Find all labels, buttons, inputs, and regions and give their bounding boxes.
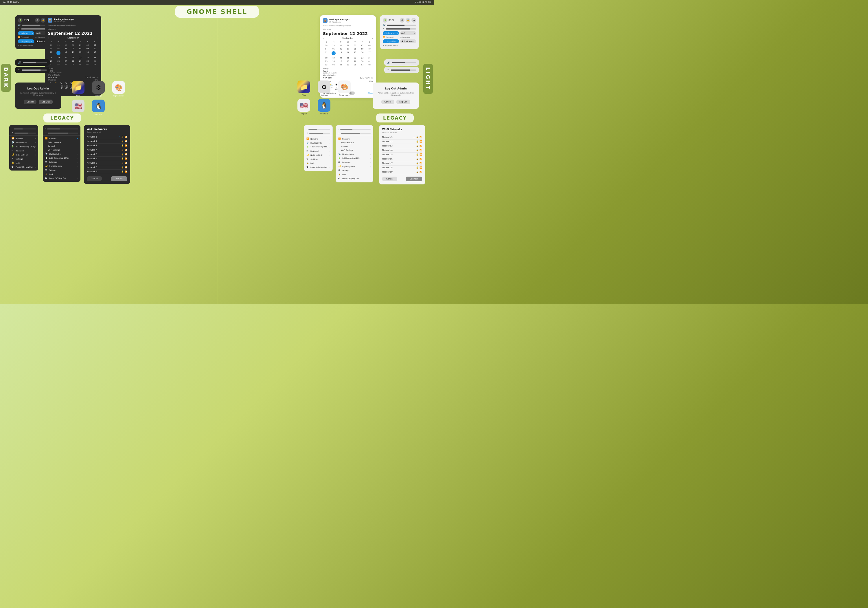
lm-lock-dark[interactable]: 🔒Lock bbox=[9, 161, 38, 165]
app-antarctic-light[interactable]: 🐧 Antarctic bbox=[315, 99, 333, 115]
wifi-net6-dark[interactable]: Network 6🔒📶 bbox=[87, 157, 127, 161]
lm-lock-light[interactable]: 🔒Lock bbox=[304, 161, 332, 165]
lm-bt2-light[interactable]: 📡Bluetooth On› bbox=[336, 152, 373, 156]
qs-bt-light[interactable]: 📶 Bluetooth bbox=[383, 36, 399, 38]
lm-select-net-light[interactable]: Select Network bbox=[336, 141, 373, 145]
qs-eth-btn-dark[interactable]: USB Ethern... › bbox=[18, 31, 34, 35]
lm-network-2-dark[interactable]: 📶 Network ▾ bbox=[43, 136, 81, 140]
lm-power2-dark[interactable]: ⏻Power Off / Log Out› bbox=[43, 176, 81, 180]
lm-vol-slider-light[interactable] bbox=[308, 129, 330, 130]
wifi-net1-light[interactable]: Network 1✓🔒📶 bbox=[382, 135, 422, 140]
qs-eth-btn-light[interactable]: USB Ethern... › bbox=[383, 31, 399, 35]
lm-battery-light[interactable]: 🔋3:09 Remaining (85%)› bbox=[304, 145, 332, 149]
wifi-net5-light[interactable]: Network 5🔒📶 bbox=[382, 152, 422, 157]
qs-airplane-light[interactable]: ✈ Airplane Mode bbox=[383, 44, 416, 46]
lm-battery-dark[interactable]: 🔋2:33 Remaining (85%)› bbox=[9, 145, 38, 149]
lm-balanced-light[interactable]: ⚖Balanced› bbox=[304, 149, 332, 153]
lm-night2-dark[interactable]: 🌙Night Light On› bbox=[43, 164, 81, 168]
qs-nightlight-btn-light[interactable]: 🌙 Night Light bbox=[383, 39, 399, 43]
app-figma-dark[interactable]: 🎨 Figma Linux bbox=[110, 81, 127, 97]
lm-battery2-light[interactable]: 🔋3:09 Remaining (85%)› bbox=[336, 156, 373, 160]
lm-lock2-dark[interactable]: 🔒Lock bbox=[43, 172, 81, 176]
lm-vol-slider-dark[interactable] bbox=[14, 129, 36, 129]
lm-bright-slider-2-light[interactable] bbox=[341, 133, 370, 134]
qs-power-icon-light[interactable]: ⏻ bbox=[411, 18, 416, 23]
wifi-connect-dark[interactable]: Connect bbox=[111, 176, 127, 181]
app-files-dark[interactable]: 📁 Files bbox=[70, 81, 87, 97]
lm-turnoff-light[interactable]: Turn Off bbox=[336, 145, 373, 148]
volume-track-light[interactable] bbox=[392, 62, 416, 63]
lm-bt-dark[interactable]: 📡Bluetooth On› bbox=[9, 140, 38, 145]
lm-bright-slider-2-dark[interactable] bbox=[48, 132, 78, 134]
lm-settings-light[interactable]: ⚙Settings bbox=[304, 157, 332, 161]
wifi-net7-light[interactable]: Network 7🔒📶 bbox=[382, 161, 422, 166]
lm-settings2-dark[interactable]: ⚙Settings bbox=[43, 168, 81, 172]
wifi-net9-dark[interactable]: Network 9🔒📶 bbox=[87, 169, 127, 174]
wifi-cancel-dark[interactable]: Cancel bbox=[87, 176, 102, 181]
lm-wifisettings-dark[interactable]: Wi-Fi Settings bbox=[43, 148, 81, 152]
lm-balanced2-dark[interactable]: ⚖Balanced› bbox=[43, 160, 81, 164]
qs-bt-dark[interactable]: 📶 Bluetooth bbox=[18, 36, 34, 38]
qs-darkmode-btn-light[interactable]: 🌑 Dark Mode bbox=[400, 39, 416, 43]
qs-settings-icon[interactable]: ⚙ bbox=[35, 18, 40, 23]
logout-cancel-light[interactable]: Cancel bbox=[381, 100, 394, 104]
app-antarctic-dark[interactable]: 🐧 Antarctic bbox=[90, 100, 107, 115]
lm-vol-slider-2-light[interactable] bbox=[340, 129, 370, 130]
app-figma-light[interactable]: 🎨 Figma Linux bbox=[336, 81, 353, 96]
lm-balanced-dark[interactable]: ⚖Balanced› bbox=[9, 149, 38, 152]
wifi-net1-dark[interactable]: Network 1✓🔒📶 bbox=[87, 135, 127, 139]
lm-bt-light[interactable]: 📡Bluetooth On› bbox=[304, 141, 332, 145]
lm-turnoff-dark[interactable]: Turn Off bbox=[43, 144, 81, 148]
wifi-cancel-light[interactable]: Cancel bbox=[382, 177, 397, 181]
app-settings-light[interactable]: ⚙ Settings bbox=[315, 81, 333, 96]
brightness-track-dark[interactable] bbox=[22, 70, 47, 71]
logout-out-dark[interactable]: Log Out bbox=[39, 100, 53, 104]
qs-volume-slider-light[interactable] bbox=[387, 25, 416, 26]
wifi-net3-dark[interactable]: Network 3🔒📶 bbox=[87, 144, 127, 148]
wifi-net8-dark[interactable]: Network 8🔒📶 bbox=[87, 165, 127, 169]
lm-night2-light[interactable]: 🌙Night Light On› bbox=[336, 164, 373, 168]
lm-night-dark[interactable]: 🌙Night Light On› bbox=[9, 152, 38, 157]
wifi-net6-light[interactable]: Network 6🔒📶 bbox=[382, 157, 422, 161]
lm-balanced2-light[interactable]: ⚖Balanced› bbox=[336, 160, 373, 164]
lm-settings2-light[interactable]: ⚙Settings bbox=[336, 168, 373, 172]
app-english-dark[interactable]: 🇺🇸 English bbox=[70, 100, 87, 115]
lm-vol-slider-2-dark[interactable] bbox=[47, 129, 78, 129]
brightness-track-light[interactable] bbox=[391, 70, 416, 71]
logout-out-light[interactable]: Log Out bbox=[397, 100, 410, 104]
lm-settings-dark[interactable]: ⚙Settings bbox=[9, 157, 38, 161]
wifi-net8-light[interactable]: Network 8🔒📶 bbox=[382, 166, 422, 170]
wifi-connect-light[interactable]: Connect bbox=[406, 177, 422, 181]
wifi-net4-dark[interactable]: Network 4🔒📶 bbox=[87, 148, 127, 152]
lm-power2-light[interactable]: ⏻Power Off / Log Out› bbox=[336, 176, 373, 180]
lm-power-dark[interactable]: ⏻Power Off / Log Out› bbox=[9, 165, 38, 169]
wifi-net7-dark[interactable]: Network 7🔒📶 bbox=[87, 161, 127, 165]
lm-wifisettings-light[interactable]: Wi-Fi Settings bbox=[336, 148, 373, 152]
app-files-light[interactable]: 📁 Files bbox=[295, 81, 313, 96]
qs-balanced-light[interactable]: ⚖ Balanced bbox=[400, 36, 416, 38]
lm-bt2-dark[interactable]: 📡Bluetooth On› bbox=[43, 152, 81, 156]
qs-lock-icon-light[interactable]: 🔒 bbox=[406, 18, 410, 23]
wifi-net2-dark[interactable]: Network 2🔒📶 bbox=[87, 139, 127, 144]
wifi-net2-light[interactable]: Network 2🔒📶 bbox=[382, 140, 422, 144]
lm-night-light[interactable]: 🌙Night Light On› bbox=[304, 153, 332, 157]
qs-settings-icon-light[interactable]: ⚙ bbox=[400, 18, 405, 23]
logout-cancel-dark[interactable]: Cancel bbox=[24, 100, 36, 104]
lm-bright-slider-light[interactable] bbox=[309, 133, 330, 134]
wifi-net5-dark[interactable]: Network 5🔒📶 bbox=[87, 152, 127, 157]
volume-track-dark[interactable] bbox=[23, 62, 47, 63]
lm-network-light[interactable]: 📶Network› bbox=[304, 137, 332, 141]
lm-battery2-dark[interactable]: 🔋2:33 Remaining (85%)› bbox=[43, 156, 81, 160]
wifi-net3-light[interactable]: Network 3🔒📶 bbox=[382, 144, 422, 148]
qs-wifi-btn-light[interactable]: Wi-Fi › bbox=[400, 31, 416, 35]
lm-select-net-dark[interactable]: Select Network bbox=[43, 140, 81, 144]
lm-network-dark[interactable]: 📶Network› bbox=[9, 136, 38, 140]
wifi-net4-light[interactable]: Network 4🔒📶 bbox=[382, 148, 422, 152]
lm-network-2-light[interactable]: 📶 Network ▾ bbox=[336, 137, 373, 141]
lm-power-light[interactable]: ⏻Power Off / Log Out› bbox=[304, 165, 332, 169]
wifi-net9-light[interactable]: Network 9🔒📶 bbox=[382, 170, 422, 174]
clear-btn-light[interactable]: Clear bbox=[368, 92, 373, 94]
qs-brightness-slider-light[interactable] bbox=[386, 28, 416, 30]
qs-nightlight-btn-dark[interactable]: 🌙 Night Light bbox=[18, 39, 34, 43]
lm-lock2-light[interactable]: 🔒Lock bbox=[336, 172, 373, 176]
